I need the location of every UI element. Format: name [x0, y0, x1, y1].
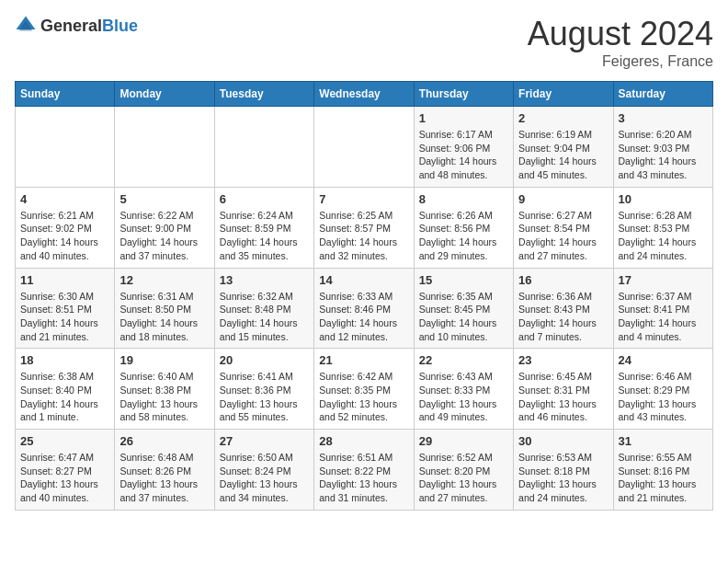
day-info: Sunrise: 6:50 AMSunset: 8:24 PMDaylight:…	[220, 451, 309, 505]
calendar-week-row: 18Sunrise: 6:38 AMSunset: 8:40 PMDayligh…	[16, 349, 713, 430]
header-tuesday: Tuesday	[214, 82, 313, 107]
day-info: Sunrise: 6:28 AMSunset: 8:53 PMDaylight:…	[619, 209, 708, 263]
day-number: 10	[619, 192, 708, 206]
calendar-cell: 16Sunrise: 6:36 AMSunset: 8:43 PMDayligh…	[514, 268, 613, 349]
day-number: 5	[119, 192, 209, 206]
calendar-week-row: 25Sunrise: 6:47 AMSunset: 8:27 PMDayligh…	[16, 430, 713, 511]
day-info: Sunrise: 6:38 AMSunset: 8:40 PMDaylight:…	[20, 370, 109, 424]
header: GeneralBlue August 2024 Feigeres, France	[15, 15, 713, 70]
calendar-cell: 31Sunrise: 6:55 AMSunset: 8:16 PMDayligh…	[613, 430, 712, 511]
day-number: 23	[518, 353, 608, 367]
day-info: Sunrise: 6:53 AMSunset: 8:18 PMDaylight:…	[518, 451, 608, 505]
day-info: Sunrise: 6:46 AMSunset: 8:29 PMDaylight:…	[619, 370, 708, 424]
calendar-cell: 26Sunrise: 6:48 AMSunset: 8:26 PMDayligh…	[115, 430, 214, 511]
day-info: Sunrise: 6:17 AMSunset: 9:06 PMDaylight:…	[419, 128, 508, 182]
logo-icon	[15, 15, 37, 37]
day-info: Sunrise: 6:51 AMSunset: 8:22 PMDaylight:…	[319, 451, 408, 505]
calendar-cell: 29Sunrise: 6:52 AMSunset: 8:20 PMDayligh…	[414, 430, 513, 511]
calendar-cell: 15Sunrise: 6:35 AMSunset: 8:45 PMDayligh…	[414, 268, 513, 349]
header-thursday: Thursday	[414, 82, 513, 107]
calendar-table: Sunday Monday Tuesday Wednesday Thursday…	[15, 81, 713, 511]
day-number: 18	[20, 353, 109, 367]
day-number: 16	[518, 273, 608, 287]
month-year-title: August 2024	[528, 15, 713, 53]
day-number: 3	[619, 111, 708, 125]
logo-text: GeneralBlue	[40, 17, 138, 36]
calendar-cell: 12Sunrise: 6:31 AMSunset: 8:50 PMDayligh…	[115, 268, 214, 349]
day-number: 7	[319, 192, 408, 206]
calendar-cell: 19Sunrise: 6:40 AMSunset: 8:38 PMDayligh…	[115, 349, 214, 430]
calendar-cell: 23Sunrise: 6:45 AMSunset: 8:31 PMDayligh…	[514, 349, 613, 430]
day-info: Sunrise: 6:24 AMSunset: 8:59 PMDaylight:…	[220, 209, 309, 263]
calendar-cell: 10Sunrise: 6:28 AMSunset: 8:53 PMDayligh…	[613, 187, 712, 268]
day-number: 21	[319, 353, 408, 367]
day-number: 28	[319, 434, 408, 448]
day-info: Sunrise: 6:30 AMSunset: 8:51 PMDaylight:…	[20, 290, 109, 344]
day-info: Sunrise: 6:19 AMSunset: 9:04 PMDaylight:…	[518, 128, 608, 182]
day-info: Sunrise: 6:33 AMSunset: 8:46 PMDaylight:…	[319, 290, 408, 344]
calendar-cell: 13Sunrise: 6:32 AMSunset: 8:48 PMDayligh…	[214, 268, 313, 349]
calendar-cell: 30Sunrise: 6:53 AMSunset: 8:18 PMDayligh…	[514, 430, 613, 511]
days-header-row: Sunday Monday Tuesday Wednesday Thursday…	[16, 82, 713, 107]
calendar-cell: 11Sunrise: 6:30 AMSunset: 8:51 PMDayligh…	[16, 268, 115, 349]
day-info: Sunrise: 6:37 AMSunset: 8:41 PMDaylight:…	[619, 290, 708, 344]
calendar-cell: 14Sunrise: 6:33 AMSunset: 8:46 PMDayligh…	[314, 268, 414, 349]
calendar-week-row: 4Sunrise: 6:21 AMSunset: 9:02 PMDaylight…	[16, 187, 713, 268]
calendar-cell: 5Sunrise: 6:22 AMSunset: 9:00 PMDaylight…	[115, 187, 214, 268]
day-info: Sunrise: 6:42 AMSunset: 8:35 PMDaylight:…	[319, 370, 408, 424]
day-number: 20	[220, 353, 309, 367]
day-number: 31	[619, 434, 708, 448]
calendar-cell: 6Sunrise: 6:24 AMSunset: 8:59 PMDaylight…	[214, 187, 313, 268]
day-info: Sunrise: 6:31 AMSunset: 8:50 PMDaylight:…	[119, 290, 209, 344]
day-info: Sunrise: 6:47 AMSunset: 8:27 PMDaylight:…	[20, 451, 109, 505]
day-number: 11	[20, 273, 109, 287]
day-info: Sunrise: 6:45 AMSunset: 8:31 PMDaylight:…	[518, 370, 608, 424]
day-number: 19	[119, 353, 209, 367]
logo: GeneralBlue	[15, 15, 138, 37]
title-section: August 2024 Feigeres, France	[528, 15, 713, 70]
day-info: Sunrise: 6:36 AMSunset: 8:43 PMDaylight:…	[518, 290, 608, 344]
day-info: Sunrise: 6:21 AMSunset: 9:02 PMDaylight:…	[20, 209, 109, 263]
day-number: 13	[220, 273, 309, 287]
calendar-cell: 18Sunrise: 6:38 AMSunset: 8:40 PMDayligh…	[16, 349, 115, 430]
calendar-cell: 24Sunrise: 6:46 AMSunset: 8:29 PMDayligh…	[613, 349, 712, 430]
day-info: Sunrise: 6:27 AMSunset: 8:54 PMDaylight:…	[518, 209, 608, 263]
day-number: 1	[419, 111, 508, 125]
calendar-cell: 21Sunrise: 6:42 AMSunset: 8:35 PMDayligh…	[314, 349, 414, 430]
day-info: Sunrise: 6:32 AMSunset: 8:48 PMDaylight:…	[220, 290, 309, 344]
day-number: 30	[518, 434, 608, 448]
calendar-week-row: 1Sunrise: 6:17 AMSunset: 9:06 PMDaylight…	[16, 107, 713, 188]
day-number: 15	[419, 273, 508, 287]
day-info: Sunrise: 6:41 AMSunset: 8:36 PMDaylight:…	[220, 370, 309, 424]
calendar-cell: 20Sunrise: 6:41 AMSunset: 8:36 PMDayligh…	[214, 349, 313, 430]
header-monday: Monday	[115, 82, 214, 107]
calendar-cell	[214, 107, 313, 188]
day-info: Sunrise: 6:20 AMSunset: 9:03 PMDaylight:…	[619, 128, 708, 182]
calendar-cell: 3Sunrise: 6:20 AMSunset: 9:03 PMDaylight…	[613, 107, 712, 188]
header-friday: Friday	[514, 82, 613, 107]
calendar-cell: 28Sunrise: 6:51 AMSunset: 8:22 PMDayligh…	[314, 430, 414, 511]
location-subtitle: Feigeres, France	[528, 53, 713, 70]
day-number: 12	[119, 273, 209, 287]
day-number: 14	[319, 273, 408, 287]
day-info: Sunrise: 6:48 AMSunset: 8:26 PMDaylight:…	[119, 451, 209, 505]
day-number: 26	[119, 434, 209, 448]
calendar-week-row: 11Sunrise: 6:30 AMSunset: 8:51 PMDayligh…	[16, 268, 713, 349]
day-number: 27	[220, 434, 309, 448]
calendar-cell	[16, 107, 115, 188]
day-info: Sunrise: 6:40 AMSunset: 8:38 PMDaylight:…	[119, 370, 209, 424]
logo-general: General	[40, 17, 102, 35]
calendar-cell: 1Sunrise: 6:17 AMSunset: 9:06 PMDaylight…	[414, 107, 513, 188]
day-number: 2	[518, 111, 608, 125]
calendar-cell: 9Sunrise: 6:27 AMSunset: 8:54 PMDaylight…	[514, 187, 613, 268]
day-number: 17	[619, 273, 708, 287]
day-info: Sunrise: 6:52 AMSunset: 8:20 PMDaylight:…	[419, 451, 508, 505]
day-info: Sunrise: 6:35 AMSunset: 8:45 PMDaylight:…	[419, 290, 508, 344]
calendar-cell: 2Sunrise: 6:19 AMSunset: 9:04 PMDaylight…	[514, 107, 613, 188]
day-number: 9	[518, 192, 608, 206]
day-info: Sunrise: 6:25 AMSunset: 8:57 PMDaylight:…	[319, 209, 408, 263]
calendar-cell	[314, 107, 414, 188]
logo-blue: Blue	[102, 17, 138, 35]
day-info: Sunrise: 6:22 AMSunset: 9:00 PMDaylight:…	[119, 209, 209, 263]
calendar-cell: 17Sunrise: 6:37 AMSunset: 8:41 PMDayligh…	[613, 268, 712, 349]
